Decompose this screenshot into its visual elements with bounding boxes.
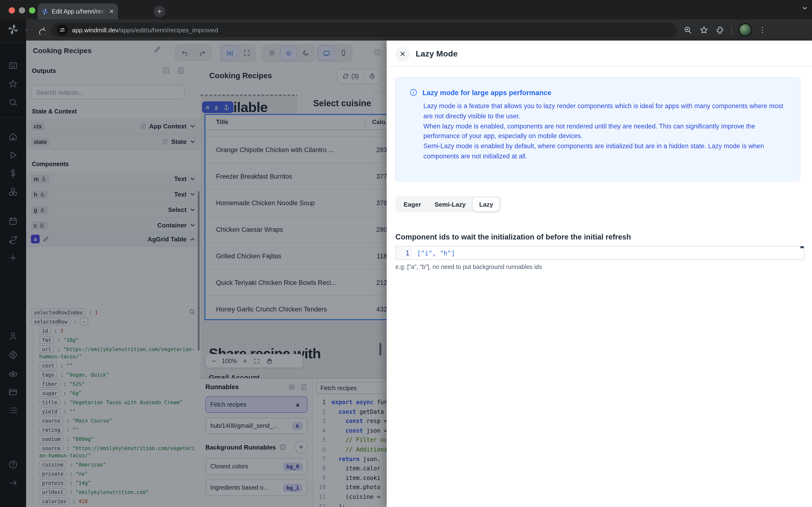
- zoom-window-button[interactable]: [29, 7, 35, 13]
- screen: Edit App u/henri/recipes_impr ✕ + app.wi…: [0, 0, 812, 507]
- info-body: Lazy mode is a feature that allows you t…: [423, 101, 783, 162]
- info-circle-icon: [409, 89, 418, 97]
- lazy-mode-segmented-control: EagerSemi-LazyLazy: [395, 196, 501, 213]
- editor-overview-mark: [800, 246, 804, 248]
- minimize-window-button[interactable]: [19, 7, 25, 13]
- line-number: 1: [396, 247, 412, 259]
- component-ids-heading: Component ids to wait the initialization…: [395, 233, 631, 241]
- extensions-icon[interactable]: [715, 25, 724, 35]
- profile-avatar[interactable]: [739, 23, 752, 37]
- toolbar-divider: [731, 25, 732, 34]
- info-paragraph: Lazy mode is a feature that allows you t…: [423, 101, 783, 121]
- windmill-logo-icon[interactable]: [7, 24, 19, 35]
- new-tab-button[interactable]: +: [154, 6, 165, 17]
- lazy-mode-info-box: Lazy mode for large apps performance Laz…: [395, 77, 800, 181]
- kebab-menu-icon[interactable]: ⋮: [759, 25, 766, 34]
- lazy-mode-drawer: ✕ Lazy Mode Lazy mode for large apps per…: [387, 41, 812, 507]
- info-paragraph: Semi-Lazy mode is enabled by default, wh…: [423, 142, 783, 162]
- drawer-backdrop[interactable]: [0, 41, 387, 507]
- browser-toolbar: app.windmill.dev/apps/edit/u/henri/recip…: [0, 19, 812, 41]
- info-title: Lazy mode for large apps performance: [422, 89, 551, 96]
- close-drawer-button[interactable]: ✕: [395, 47, 410, 61]
- drawer-divider: [387, 66, 812, 67]
- ids-helper-text: e.g: ["a", "b"], no need to put backgrou…: [395, 264, 542, 270]
- reload-icon[interactable]: [36, 25, 45, 35]
- tab-close-icon[interactable]: ✕: [109, 8, 114, 15]
- component-ids-code-input[interactable]: 1 ["i", "h"]: [395, 246, 804, 260]
- drawer-title: Lazy Mode: [416, 49, 458, 59]
- windmill-favicon: [42, 8, 48, 15]
- url-text: app.windmill.dev/apps/edit/u/henri/recip…: [72, 26, 218, 34]
- close-window-button[interactable]: [9, 7, 15, 13]
- browser-tab-strip: Edit App u/henri/recipes_impr ✕ +: [0, 0, 812, 19]
- info-paragraph: When lazy mode is enabled, components ar…: [423, 121, 783, 142]
- tab-title: Edit App u/henri/recipes_impr: [52, 8, 106, 15]
- mode-option-eager[interactable]: Eager: [397, 197, 427, 211]
- zoom-page-icon[interactable]: [683, 25, 693, 35]
- traffic-lights[interactable]: [9, 7, 39, 15]
- mode-option-semi-lazy[interactable]: Semi-Lazy: [428, 197, 472, 211]
- browser-tab[interactable]: Edit App u/henri/recipes_impr ✕: [38, 3, 118, 19]
- bookmark-star-icon[interactable]: [699, 25, 709, 35]
- tab-search-chevron-icon[interactable]: [801, 5, 808, 12]
- site-settings-icon[interactable]: [57, 24, 68, 35]
- ids-value: ["i", "h"]: [412, 247, 455, 259]
- mode-option-lazy[interactable]: Lazy: [473, 197, 500, 211]
- url-bar[interactable]: app.windmill.dev/apps/edit/u/henri/recip…: [51, 23, 677, 37]
